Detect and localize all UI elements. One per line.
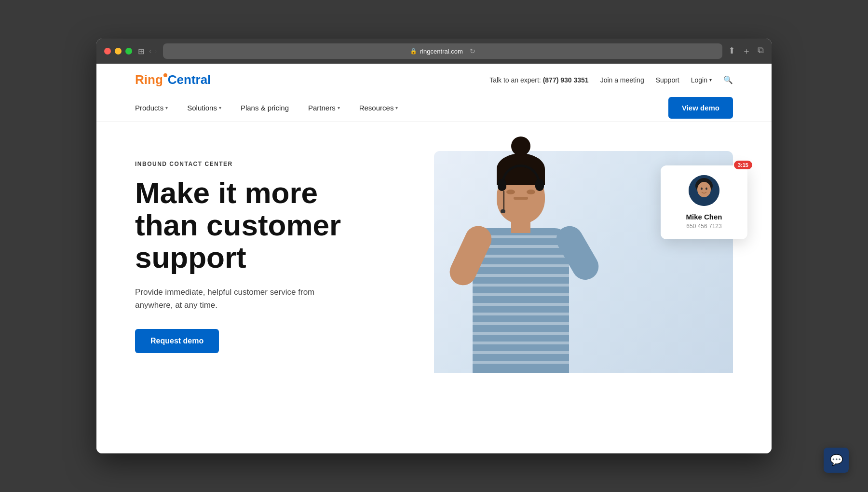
svg-point-4	[705, 188, 707, 190]
forward-button[interactable]: ›	[154, 47, 157, 55]
hero-content: INBOUND CONTACT CENTER Make it more than…	[135, 151, 434, 373]
chat-icon: 💬	[830, 454, 843, 466]
agent-illustration	[453, 151, 588, 373]
hero-title: Make it more than customer support	[135, 177, 434, 274]
nav-item-resources[interactable]: Resources ▾	[350, 94, 408, 122]
talk-to-expert: Talk to an expert: (877) 930 3351	[489, 76, 588, 84]
headset	[502, 164, 540, 185]
fullscreen-button[interactable]	[125, 48, 132, 55]
traffic-lights	[104, 48, 132, 55]
browser-controls: ⊞ ‹ ›	[138, 47, 157, 56]
hair-bun	[511, 137, 530, 156]
shirt-stripe	[473, 255, 569, 258]
search-icon[interactable]: 🔍	[723, 75, 733, 84]
phone-number[interactable]: (877) 930 3351	[543, 76, 589, 84]
reload-button[interactable]: ↻	[470, 47, 475, 55]
site-logo[interactable]: RingCentral	[135, 72, 211, 87]
hero-subtitle: Provide immediate, helpful customer serv…	[135, 286, 338, 312]
tabs-icon[interactable]: ⧉	[758, 45, 764, 57]
nav-item-plans[interactable]: Plans & pricing	[231, 94, 298, 122]
shirt-stripe	[473, 274, 569, 277]
browser-actions: ⬆ ＋ ⧉	[728, 45, 764, 57]
hero-section: INBOUND CONTACT CENTER Make it more than…	[96, 122, 772, 373]
website-content: RingCentral Talk to an expert: (877) 930…	[96, 64, 772, 453]
headset-ear-left	[498, 179, 506, 191]
shirt-stripe	[473, 303, 569, 306]
lock-icon: 🔒	[410, 48, 417, 55]
headset-mic-wire	[503, 191, 504, 210]
nav-item-solutions[interactable]: Solutions ▾	[177, 94, 231, 122]
header-top: RingCentral Talk to an expert: (877) 930…	[135, 64, 733, 94]
nav-links: Products ▾ Solutions ▾ Plans & pricing P…	[135, 94, 407, 122]
header-topbar: Talk to an expert: (877) 930 3351 Join a…	[489, 75, 733, 84]
hero-eyebrow: INBOUND CONTACT CENTER	[135, 161, 434, 167]
login-button[interactable]: Login ▾	[691, 76, 712, 84]
shirt-stripe	[473, 351, 569, 354]
chevron-down-icon: ▾	[709, 77, 712, 82]
site-header: RingCentral Talk to an expert: (877) 930…	[96, 64, 772, 122]
chevron-down-icon: ▾	[165, 105, 168, 110]
headset-ear-right	[535, 179, 544, 191]
svg-point-2	[697, 182, 711, 197]
headset-band	[502, 164, 540, 185]
sidebar-toggle-icon[interactable]: ⊞	[138, 47, 144, 56]
svg-point-3	[701, 188, 703, 190]
shirt-stripe	[473, 361, 569, 364]
avatar	[689, 175, 719, 206]
request-demo-button[interactable]: Request demo	[135, 329, 219, 353]
shirt-stripe	[473, 293, 569, 296]
new-tab-icon[interactable]: ＋	[742, 45, 751, 57]
shirt-stripe	[473, 322, 569, 325]
shirt-stripe	[473, 332, 569, 335]
call-card: 3:15	[661, 165, 747, 239]
chat-button[interactable]: 💬	[824, 448, 849, 473]
logo-central: Central	[168, 72, 211, 87]
shirt-stripe	[473, 342, 569, 344]
minimize-button[interactable]	[115, 48, 122, 55]
nav-item-partners[interactable]: Partners ▾	[298, 94, 350, 122]
headset-mic-end	[501, 209, 505, 213]
chevron-down-icon: ▾	[219, 105, 221, 110]
close-button[interactable]	[104, 48, 111, 55]
caller-phone: 650 456 7123	[670, 223, 738, 230]
back-button[interactable]: ‹	[149, 47, 151, 55]
url-text: ringcentral.com	[420, 48, 463, 55]
hero-visual: 3:15	[434, 151, 733, 373]
address-bar[interactable]: 🔒 ringcentral.com ↻	[163, 43, 722, 59]
join-meeting-link[interactable]: Join a meeting	[600, 76, 644, 84]
call-timer: 3:15	[734, 161, 752, 169]
share-icon[interactable]: ⬆	[728, 45, 735, 57]
site-nav: Products ▾ Solutions ▾ Plans & pricing P…	[135, 94, 733, 122]
nav-arrows: ‹ ›	[149, 47, 157, 55]
shirt-stripe	[473, 264, 569, 267]
nav-item-products[interactable]: Products ▾	[135, 94, 177, 122]
logo-ring: Ring	[135, 72, 163, 87]
shirt-stripe	[473, 313, 569, 315]
chevron-down-icon: ▾	[338, 105, 340, 110]
support-link[interactable]: Support	[656, 76, 679, 84]
chevron-down-icon: ▾	[395, 105, 398, 110]
caller-name: Mike Chen	[670, 213, 738, 221]
shirt-stripe	[473, 284, 569, 287]
browser-chrome: ⊞ ‹ › 🔒 ringcentral.com ↻ ⬆ ＋ ⧉	[96, 39, 772, 64]
avatar-illustration	[689, 175, 719, 206]
browser-window: ⊞ ‹ › 🔒 ringcentral.com ↻ ⬆ ＋ ⧉ RingCent	[96, 39, 772, 453]
view-demo-button[interactable]: View demo	[668, 97, 733, 119]
